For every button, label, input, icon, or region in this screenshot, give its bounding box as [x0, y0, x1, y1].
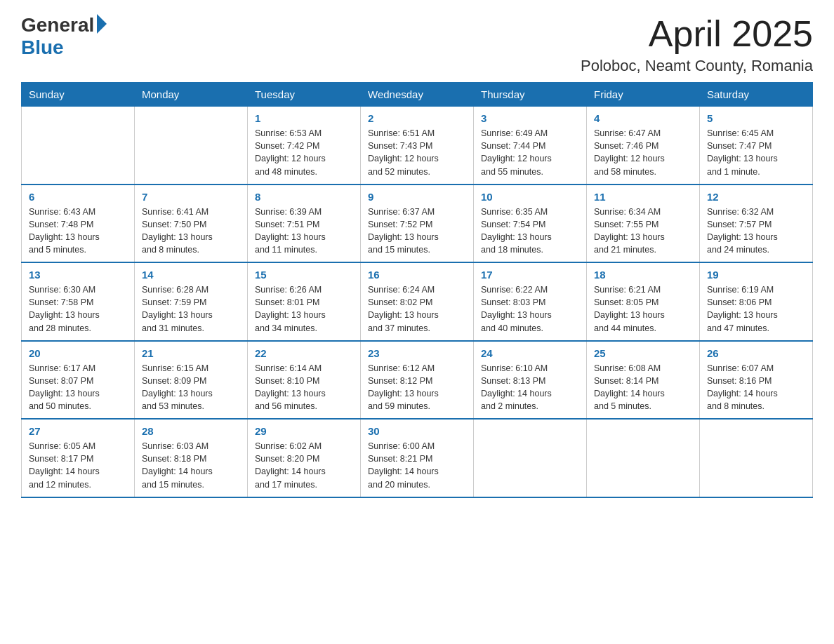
- day-number: 26: [707, 347, 805, 359]
- calendar-cell: 27Sunrise: 6:05 AM Sunset: 8:17 PM Dayli…: [22, 419, 135, 497]
- calendar-cell: 30Sunrise: 6:00 AM Sunset: 8:21 PM Dayli…: [361, 419, 474, 497]
- day-number: 15: [255, 269, 353, 281]
- day-number: 16: [368, 269, 466, 281]
- logo: General Blue: [21, 14, 107, 59]
- day-number: 3: [481, 112, 579, 124]
- calendar-cell: 1Sunrise: 6:53 AM Sunset: 7:42 PM Daylig…: [248, 107, 361, 185]
- day-info: Sunrise: 6:00 AM Sunset: 8:21 PM Dayligh…: [368, 440, 466, 491]
- calendar-cell: 19Sunrise: 6:19 AM Sunset: 8:06 PM Dayli…: [700, 262, 813, 341]
- header-row: SundayMondayTuesdayWednesdayThursdayFrid…: [22, 83, 813, 107]
- calendar-cell: 4Sunrise: 6:47 AM Sunset: 7:46 PM Daylig…: [587, 107, 700, 185]
- month-title: April 2025: [581, 14, 813, 54]
- header-cell-friday: Friday: [587, 83, 700, 107]
- calendar-cell: 22Sunrise: 6:14 AM Sunset: 8:10 PM Dayli…: [248, 341, 361, 420]
- calendar-week-1: 6Sunrise: 6:43 AM Sunset: 7:48 PM Daylig…: [22, 185, 813, 263]
- day-info: Sunrise: 6:10 AM Sunset: 8:13 PM Dayligh…: [481, 362, 579, 413]
- location-title: Poloboc, Neamt County, Romania: [581, 57, 813, 75]
- calendar-cell: 26Sunrise: 6:07 AM Sunset: 8:16 PM Dayli…: [700, 341, 813, 420]
- day-number: 29: [255, 425, 353, 437]
- day-info: Sunrise: 6:35 AM Sunset: 7:54 PM Dayligh…: [481, 206, 579, 257]
- day-number: 7: [142, 191, 240, 203]
- day-info: Sunrise: 6:02 AM Sunset: 8:20 PM Dayligh…: [255, 440, 353, 491]
- day-info: Sunrise: 6:28 AM Sunset: 7:59 PM Dayligh…: [142, 283, 240, 335]
- title-block: April 2025 Poloboc, Neamt County, Romani…: [581, 14, 813, 75]
- header-cell-thursday: Thursday: [474, 83, 587, 107]
- header-cell-wednesday: Wednesday: [361, 83, 474, 107]
- calendar-cell: [587, 419, 700, 497]
- day-number: 5: [707, 112, 805, 124]
- day-number: 19: [707, 269, 805, 281]
- day-info: Sunrise: 6:08 AM Sunset: 8:14 PM Dayligh…: [594, 362, 692, 413]
- day-info: Sunrise: 6:03 AM Sunset: 8:18 PM Dayligh…: [142, 440, 240, 491]
- calendar-cell: 24Sunrise: 6:10 AM Sunset: 8:13 PM Dayli…: [474, 341, 587, 420]
- day-number: 24: [481, 347, 579, 359]
- day-number: 30: [368, 425, 466, 437]
- day-number: 10: [481, 191, 579, 203]
- day-info: Sunrise: 6:12 AM Sunset: 8:12 PM Dayligh…: [368, 362, 466, 413]
- day-info: Sunrise: 6:45 AM Sunset: 7:47 PM Dayligh…: [707, 127, 805, 178]
- calendar-body: 1Sunrise: 6:53 AM Sunset: 7:42 PM Daylig…: [22, 107, 813, 497]
- day-info: Sunrise: 6:53 AM Sunset: 7:42 PM Dayligh…: [255, 127, 353, 178]
- calendar-cell: 6Sunrise: 6:43 AM Sunset: 7:48 PM Daylig…: [22, 185, 135, 263]
- day-info: Sunrise: 6:43 AM Sunset: 7:48 PM Dayligh…: [29, 206, 127, 257]
- calendar-cell: [135, 107, 248, 185]
- day-info: Sunrise: 6:19 AM Sunset: 8:06 PM Dayligh…: [707, 283, 805, 335]
- day-info: Sunrise: 6:49 AM Sunset: 7:44 PM Dayligh…: [481, 127, 579, 178]
- calendar-cell: 3Sunrise: 6:49 AM Sunset: 7:44 PM Daylig…: [474, 107, 587, 185]
- day-info: Sunrise: 6:41 AM Sunset: 7:50 PM Dayligh…: [142, 206, 240, 257]
- calendar-cell: 29Sunrise: 6:02 AM Sunset: 8:20 PM Dayli…: [248, 419, 361, 497]
- calendar-cell: 14Sunrise: 6:28 AM Sunset: 7:59 PM Dayli…: [135, 262, 248, 341]
- calendar-cell: 7Sunrise: 6:41 AM Sunset: 7:50 PM Daylig…: [135, 185, 248, 263]
- day-info: Sunrise: 6:07 AM Sunset: 8:16 PM Dayligh…: [707, 362, 805, 413]
- day-info: Sunrise: 6:14 AM Sunset: 8:10 PM Dayligh…: [255, 362, 353, 413]
- header-cell-saturday: Saturday: [700, 83, 813, 107]
- calendar-cell: 11Sunrise: 6:34 AM Sunset: 7:55 PM Dayli…: [587, 185, 700, 263]
- page-header: General Blue April 2025 Poloboc, Neamt C…: [21, 14, 813, 75]
- calendar-cell: 15Sunrise: 6:26 AM Sunset: 8:01 PM Dayli…: [248, 262, 361, 341]
- day-number: 4: [594, 112, 692, 124]
- day-number: 20: [29, 347, 127, 359]
- day-info: Sunrise: 6:05 AM Sunset: 8:17 PM Dayligh…: [29, 440, 127, 491]
- day-info: Sunrise: 6:39 AM Sunset: 7:51 PM Dayligh…: [255, 206, 353, 257]
- day-info: Sunrise: 6:22 AM Sunset: 8:03 PM Dayligh…: [481, 283, 579, 335]
- logo-blue-text: Blue: [21, 36, 64, 58]
- day-number: 2: [368, 112, 466, 124]
- day-info: Sunrise: 6:32 AM Sunset: 7:57 PM Dayligh…: [707, 206, 805, 257]
- day-number: 13: [29, 269, 127, 281]
- calendar-cell: 13Sunrise: 6:30 AM Sunset: 7:58 PM Dayli…: [22, 262, 135, 341]
- calendar-cell: 17Sunrise: 6:22 AM Sunset: 8:03 PM Dayli…: [474, 262, 587, 341]
- day-number: 14: [142, 269, 240, 281]
- day-number: 18: [594, 269, 692, 281]
- day-number: 22: [255, 347, 353, 359]
- calendar-cell: 12Sunrise: 6:32 AM Sunset: 7:57 PM Dayli…: [700, 185, 813, 263]
- day-number: 1: [255, 112, 353, 124]
- calendar-table: SundayMondayTuesdayWednesdayThursdayFrid…: [21, 82, 813, 498]
- calendar-week-0: 1Sunrise: 6:53 AM Sunset: 7:42 PM Daylig…: [22, 107, 813, 185]
- calendar-cell: 8Sunrise: 6:39 AM Sunset: 7:51 PM Daylig…: [248, 185, 361, 263]
- calendar-week-2: 13Sunrise: 6:30 AM Sunset: 7:58 PM Dayli…: [22, 262, 813, 341]
- day-info: Sunrise: 6:37 AM Sunset: 7:52 PM Dayligh…: [368, 206, 466, 257]
- calendar-cell: 18Sunrise: 6:21 AM Sunset: 8:05 PM Dayli…: [587, 262, 700, 341]
- day-number: 6: [29, 191, 127, 203]
- day-info: Sunrise: 6:30 AM Sunset: 7:58 PM Dayligh…: [29, 283, 127, 335]
- header-cell-monday: Monday: [135, 83, 248, 107]
- calendar-cell: 20Sunrise: 6:17 AM Sunset: 8:07 PM Dayli…: [22, 341, 135, 420]
- logo-arrow-icon: [97, 14, 107, 34]
- header-cell-sunday: Sunday: [22, 83, 135, 107]
- day-info: Sunrise: 6:17 AM Sunset: 8:07 PM Dayligh…: [29, 362, 127, 413]
- calendar-cell: 25Sunrise: 6:08 AM Sunset: 8:14 PM Dayli…: [587, 341, 700, 420]
- calendar-header: SundayMondayTuesdayWednesdayThursdayFrid…: [22, 83, 813, 107]
- calendar-cell: [700, 419, 813, 497]
- day-info: Sunrise: 6:51 AM Sunset: 7:43 PM Dayligh…: [368, 127, 466, 178]
- day-number: 12: [707, 191, 805, 203]
- calendar-cell: [22, 107, 135, 185]
- calendar-cell: 10Sunrise: 6:35 AM Sunset: 7:54 PM Dayli…: [474, 185, 587, 263]
- calendar-cell: 2Sunrise: 6:51 AM Sunset: 7:43 PM Daylig…: [361, 107, 474, 185]
- day-number: 25: [594, 347, 692, 359]
- calendar-cell: 28Sunrise: 6:03 AM Sunset: 8:18 PM Dayli…: [135, 419, 248, 497]
- calendar-cell: [474, 419, 587, 497]
- day-info: Sunrise: 6:24 AM Sunset: 8:02 PM Dayligh…: [368, 283, 466, 335]
- day-number: 27: [29, 425, 127, 437]
- day-number: 9: [368, 191, 466, 203]
- day-info: Sunrise: 6:15 AM Sunset: 8:09 PM Dayligh…: [142, 362, 240, 413]
